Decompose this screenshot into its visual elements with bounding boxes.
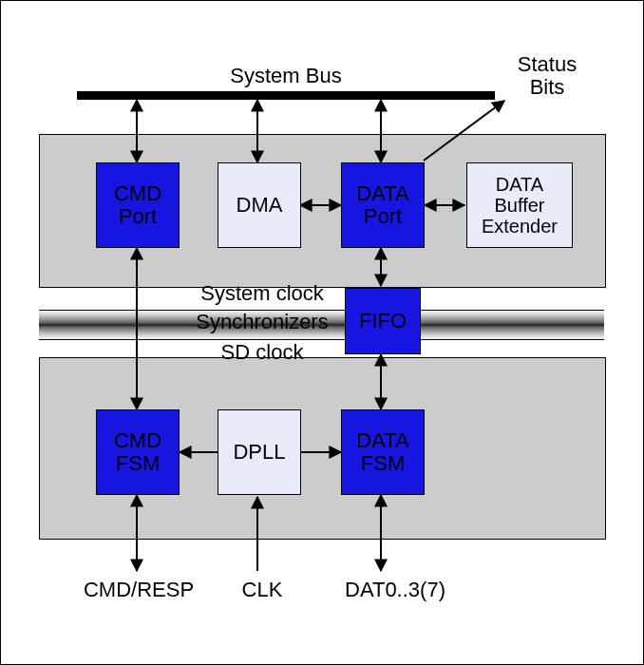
label-system-bus: System Bus [200,65,371,87]
block-data-fsm: DATA FSM [341,409,425,495]
label-clk: CLK [229,579,295,601]
label-system-clock: System clock [181,282,343,305]
label-synchronizers: Synchronizers [177,311,348,333]
system-bus-bar [77,91,495,100]
diagram-canvas: CMD Port DMA DATA Port DATA Buffer Exten… [0,0,644,665]
block-dma: DMA [218,162,301,248]
block-data-buffer-extender: DATA Buffer Extender [466,162,573,248]
block-data-port: DATA Port [341,162,425,248]
label-dat: DAT0..3(7) [324,579,466,601]
label-sd-clock: SD clock [196,341,329,364]
block-fifo: FIFO [345,288,421,354]
label-cmd-resp: CMD/RESP [72,579,205,601]
block-dpll: DPLL [218,409,301,495]
block-cmd-fsm: CMD FSM [96,409,180,495]
label-status-bits: Status Bits [495,53,599,99]
block-cmd-port: CMD Port [96,162,180,248]
